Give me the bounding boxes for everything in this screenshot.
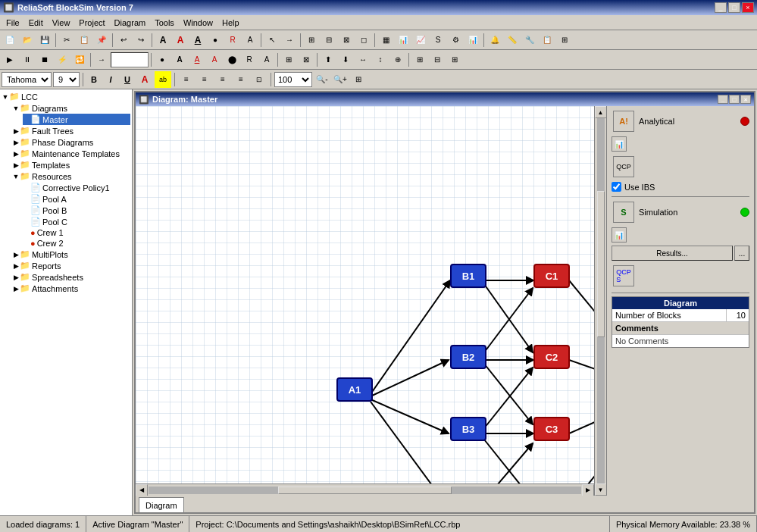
diagram-maximize-btn[interactable]: □ [729,95,740,104]
underline-button[interactable]: U [120,72,135,87]
horizontal-scrollbar[interactable]: ◀ ▶ [136,483,594,496]
sidebar-item-pool-c[interactable]: 📄 Pool C [23,216,130,227]
sidebar-item-phase-diagrams[interactable]: ▶ 📁 Phase Diagrams [12,136,130,148]
tb2-b21[interactable]: ⊟ [429,52,446,68]
tb2-b18[interactable]: ↕ [372,52,389,68]
italic-button[interactable]: I [103,72,118,87]
sidebar-item-master[interactable]: 📄 Master [23,114,130,125]
tree-root-lcc[interactable]: ▼ 📁 LCC [2,91,130,102]
block-B2[interactable]: B2 [450,345,486,369]
tb-btn-a4[interactable]: A [242,32,258,49]
tb2-b13[interactable]: ⊞ [280,52,297,68]
save-button[interactable]: 💾 [36,32,53,49]
sidebar-item-crew-2[interactable]: ● Crew 2 [23,238,130,249]
tb2-b14[interactable]: ⊠ [298,52,314,68]
tb-b12[interactable]: S [430,32,446,49]
use-ibs-checkbox[interactable] [612,182,621,192]
title-bar-controls[interactable]: _ □ × [715,2,754,13]
vertical-scrollbar[interactable]: ▲ ▼ [594,106,606,496]
cut-button[interactable]: ✂ [58,32,75,49]
block-B3[interactable]: B3 [450,417,486,441]
scroll-right-btn[interactable]: ▶ [582,484,594,496]
sidebar-item-fault-trees[interactable]: ▶ 📁 Fault Trees [12,125,130,136]
tb-b9[interactable]: ▦ [377,32,394,49]
sidebar-item-resources[interactable]: ▼ 📁 Resources [12,171,130,182]
align-left-button[interactable]: ≡ [178,71,195,88]
sidebar-item-attachments[interactable]: ▶ 📁 Attachments [12,283,130,294]
tb2-b2[interactable]: ⏸ [19,52,36,68]
analytical-qcp-icon[interactable]: QCP [613,156,634,177]
menu-help[interactable]: Help [217,17,244,29]
tb2-b10[interactable]: ⬤ [224,52,240,68]
zoom-out-button[interactable]: 🔍- [314,71,330,88]
simulation-plot-btn[interactable]: 📊 [612,227,627,243]
tb2-b19[interactable]: ⊕ [389,52,406,68]
sidebar-item-maintenance-templates[interactable]: ▶ 📁 Maintenance Templates [12,148,130,159]
tb-ptr[interactable]: ↖ [264,32,280,49]
tb-btn-r[interactable]: R [224,32,241,49]
tb2-b17[interactable]: ↔ [355,52,371,68]
maximize-button[interactable]: □ [728,2,740,13]
sidebar-item-spreadsheets[interactable]: ▶ 📁 Spreadsheets [12,271,130,283]
align-justify-button[interactable]: ≡ [233,71,249,88]
highlight-button[interactable]: ab [155,71,171,88]
tb-b8[interactable]: ◻ [355,32,372,49]
align-center-button[interactable]: ≡ [196,71,213,88]
tb-b11[interactable]: 📈 [412,32,429,49]
sidebar-item-templates[interactable]: ▶ 📁 Templates [12,159,130,171]
sidebar-item-reports[interactable]: ▶ 📁 Reports [12,260,130,271]
copy-button[interactable]: 📋 [76,32,92,49]
menu-file[interactable]: File [2,17,24,29]
tb2-b16[interactable]: ⬇ [337,52,354,68]
tb-b18[interactable]: 📋 [539,32,555,49]
results-dots-button[interactable]: ... [734,246,749,261]
scroll-up-btn[interactable]: ▲ [595,106,607,118]
font-family-select[interactable]: Tahoma [2,72,52,87]
tb2-b12[interactable]: A [258,52,275,68]
tb-b13[interactable]: ⚙ [447,32,464,49]
tb2-b4[interactable]: ⚡ [54,52,70,68]
bold-button[interactable]: B [86,72,102,87]
v-scroll-thumb[interactable] [597,191,605,337]
tb-btn-a[interactable]: A [155,32,171,49]
diagram-minimize-btn[interactable]: _ [718,95,728,104]
canvas-area[interactable]: A1 B1 B2 B3 B4 C1 C2 C3 C4 A2 [136,106,594,483]
sidebar-item-corrective-policy[interactable]: 📄 Corrective Policy1 [23,182,130,193]
sidebar-item-multiplots[interactable]: ▶ 📁 MultiPlots [12,249,130,260]
block-C3[interactable]: C3 [533,417,570,441]
block-C1[interactable]: C1 [533,264,570,288]
tb2-b11[interactable]: R [241,52,258,68]
tb2-b3[interactable]: ⏹ [36,52,53,68]
sidebar-item-pool-a[interactable]: 📄 Pool A [23,193,130,205]
h-scroll-thumb[interactable] [278,487,451,494]
tb2-arrow[interactable]: → [93,52,110,68]
tb2-b7[interactable]: A [171,52,188,68]
menu-tools[interactable]: Tools [150,17,179,29]
close-button[interactable]: × [742,2,754,13]
tb2-b22[interactable]: ⊞ [446,52,463,68]
tb-btn-circle[interactable]: ● [207,32,224,49]
v-scroll-track[interactable] [597,118,605,483]
tb-b10[interactable]: 📊 [395,32,411,49]
fit-button[interactable]: ⊡ [251,71,267,88]
tb-b6[interactable]: ⊟ [321,32,337,49]
tb2-b9[interactable]: A [206,52,223,68]
diagram-title-controls[interactable]: _ □ × [718,95,751,104]
analytical-plot-btn[interactable]: 📊 [612,136,627,152]
tb-b14[interactable]: 📊 [465,32,481,49]
open-button[interactable]: 📂 [19,32,36,49]
tb-b5[interactable]: ⊞ [303,32,320,49]
tb-b7[interactable]: ⊠ [338,32,355,49]
tb-b15[interactable]: 🔔 [486,32,503,49]
menu-diagram[interactable]: Diagram [110,17,151,29]
align-right-button[interactable]: ≡ [214,71,231,88]
tb-b16[interactable]: 📏 [504,32,521,49]
zoom-fit-button[interactable]: ⊞ [350,71,367,88]
zoom-in-button[interactable]: 🔍+ [332,71,349,88]
font-color-button[interactable]: A [136,71,153,88]
block-B1[interactable]: B1 [450,264,486,288]
tb-btn-a2[interactable]: A [172,32,189,49]
tb2-b1[interactable]: ▶ [2,52,18,68]
block-A1[interactable]: A1 [336,377,373,402]
diagram-tab[interactable]: Diagram [139,497,184,512]
